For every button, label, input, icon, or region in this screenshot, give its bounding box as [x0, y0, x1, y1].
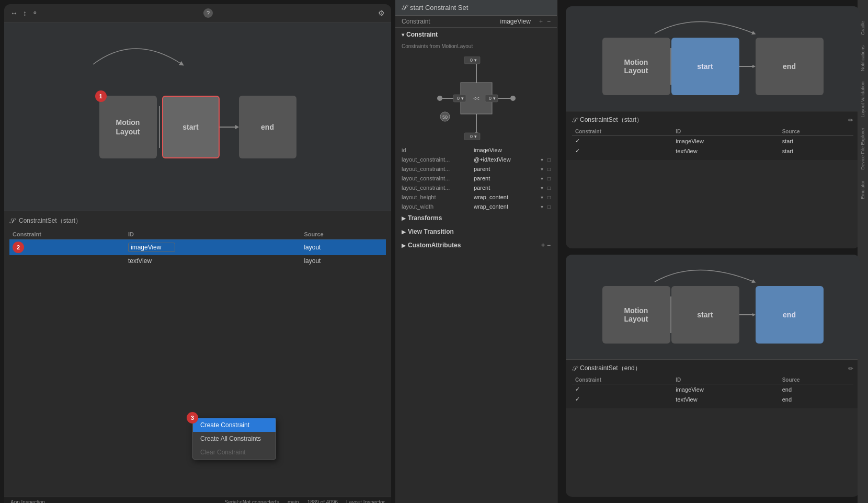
arc-arrow — [46, 38, 224, 70]
table-row[interactable]: textView layout — [9, 255, 386, 267]
lc-bottom-clear[interactable]: □ — [547, 185, 551, 191]
node-start[interactable]: start — [162, 96, 220, 158]
right-panel: Motion Layout start end 𝒮 Constr — [557, 0, 868, 503]
custom-attributes-section[interactable]: ▶ CustomAttributes + − — [395, 238, 557, 252]
lc-right-dropdown[interactable]: ▾ — [541, 176, 543, 181]
id-input[interactable] — [128, 243, 175, 252]
connector-2 — [220, 125, 239, 129]
svg-text:0 ▾: 0 ▾ — [489, 96, 496, 101]
view-transition-section[interactable]: ▶ View Transition — [395, 225, 557, 238]
card-start-title-text: ConstraintSet（start） — [580, 116, 643, 124]
lc-right-value: parent — [474, 175, 536, 181]
card-start-canvas: Motion Layout start end — [566, 6, 860, 111]
remove-constraint-btn[interactable]: − — [547, 18, 551, 25]
card-end-arc — [608, 261, 785, 287]
lh-dropdown[interactable]: ▾ — [541, 195, 543, 200]
app-inspection-label[interactable]: App Inspection — [10, 499, 45, 503]
end-source-1: end — [779, 384, 853, 395]
context-menu-create-constraint[interactable]: Create Constraint — [193, 418, 276, 432]
constraint-diagram-svg: >> << 50 0 ▾ 0 ▾ 0 ▾ 0 ▾ — [435, 56, 518, 140]
panel-title: start Constraint Set — [410, 4, 468, 12]
card-node-end[interactable]: end — [756, 38, 824, 95]
lc-bottom-dropdown[interactable]: ▾ — [541, 185, 543, 191]
col-constraint: Constraint — [9, 230, 125, 239]
card-end-title-text: ConstraintSet（end） — [580, 364, 641, 373]
lc-right-clear[interactable]: □ — [547, 176, 551, 181]
lc-bottom-label: layout_constraint... — [402, 185, 470, 191]
layout-width-label: layout_width — [402, 203, 470, 210]
table-row[interactable]: ✓ imageView start — [572, 136, 853, 146]
table-row[interactable]: 2 layout — [9, 239, 386, 256]
lc-top-label: layout_constraint... — [402, 156, 470, 163]
row2-source: layout — [301, 255, 386, 267]
transforms-section[interactable]: ▶ Transforms — [395, 211, 557, 225]
properties-title-bar: 𝒮 start Constraint Set — [395, 0, 557, 16]
table-row[interactable]: ✓ imageView end — [572, 384, 853, 395]
end-source-2: end — [779, 394, 853, 404]
help-button[interactable]: ? — [203, 8, 213, 18]
svg-text:50: 50 — [442, 115, 447, 120]
context-menu-create-all[interactable]: Create All Constraints — [193, 432, 276, 445]
card-start-arc — [608, 13, 785, 39]
card-node-start-highlighted[interactable]: start — [671, 38, 739, 95]
badge-1: 1 — [95, 90, 107, 102]
row1-source: layout — [301, 239, 386, 256]
custom-remove-btn[interactable]: − — [547, 242, 551, 249]
lw-dropdown[interactable]: ▾ — [541, 204, 543, 210]
end-check-1: ✓ — [572, 384, 672, 395]
lh-clear[interactable]: □ — [547, 195, 551, 200]
card-col-constraint: Constraint — [572, 128, 672, 136]
card-end-node-start[interactable]: start — [671, 286, 739, 344]
transforms-label: Transforms — [408, 214, 442, 222]
serial-label: Serial:<Not connected> — [224, 499, 279, 503]
lc-top-dropdown[interactable]: ▾ — [541, 157, 543, 163]
nav-icon-1[interactable]: ↔ — [10, 9, 18, 17]
card-end-node-motion[interactable]: Motion Layout — [602, 286, 670, 344]
nav-icon-3[interactable]: ⚬ — [32, 9, 38, 17]
card-col-source: Source — [779, 128, 853, 136]
table-row[interactable]: ✓ textView end — [572, 394, 853, 404]
layout-width-value: wrap_content — [474, 203, 536, 210]
card-start-nodes: Motion Layout start end — [602, 38, 824, 95]
col-id: ID — [125, 230, 301, 239]
col-source: Source — [301, 230, 386, 239]
card-arrow-1 — [739, 65, 756, 68]
layout-inspector-label[interactable]: Layout Inspector — [346, 499, 385, 503]
card-end-bottom: 𝒮 ConstraintSet（end） ✏ Constraint ID Sou… — [566, 359, 860, 408]
nav-icon-2[interactable]: ↕ — [23, 9, 27, 17]
view-transition-label: View Transition — [408, 228, 454, 235]
add-constraint-btn[interactable]: + — [539, 18, 543, 25]
card-end-edit[interactable]: ✏ — [848, 365, 853, 372]
end-check-2: ✓ — [572, 394, 672, 404]
node-motion-layout[interactable]: Motion Layout — [99, 96, 157, 158]
constraint-header: Constraint imageView + − — [395, 16, 557, 28]
table-row[interactable]: ✓ textView start — [572, 146, 853, 156]
lc-left-clear[interactable]: □ — [547, 166, 551, 172]
lw-clear[interactable]: □ — [547, 204, 551, 210]
id-1: imageView — [672, 136, 779, 146]
constraint-section-header[interactable]: ▾ Constraint — [395, 28, 557, 41]
lc-top-clear[interactable]: □ — [547, 157, 551, 163]
card-start-table: Constraint ID Source ✓ imageView start ✓… — [572, 128, 853, 156]
card-end-node-end-highlighted[interactable]: end — [756, 286, 824, 344]
row1-id[interactable] — [125, 239, 301, 256]
source-2: start — [779, 146, 853, 156]
branch-label: main — [288, 499, 299, 503]
card-node-motion[interactable]: Motion Layout — [602, 38, 670, 95]
constraint-panel-title: ConstraintSet（start） — [19, 216, 82, 225]
card-col-id: ID — [672, 128, 779, 136]
row2-constraint — [9, 255, 125, 267]
source-1: start — [779, 136, 853, 146]
node-end[interactable]: end — [239, 96, 296, 158]
settings-icon[interactable]: ⚙ — [378, 9, 385, 17]
lc-left-dropdown[interactable]: ▾ — [541, 166, 543, 172]
constraint-diagram: >> << 50 0 ▾ 0 ▾ 0 ▾ 0 ▾ — [435, 56, 518, 140]
section-title: Constraint — [406, 31, 438, 38]
custom-add-btn[interactable]: + — [541, 242, 545, 249]
context-menu: 3 Create Constraint Create All Constrain… — [192, 418, 276, 460]
card-start: Motion Layout start end 𝒮 Constr — [566, 6, 860, 248]
id-value: imageView — [474, 147, 551, 153]
lc-left-label: layout_constraint... — [402, 166, 470, 172]
constraint-panel: 𝒮 ConstraintSet（start） Constraint ID Sou… — [4, 211, 391, 497]
card-start-edit[interactable]: ✏ — [848, 117, 853, 124]
